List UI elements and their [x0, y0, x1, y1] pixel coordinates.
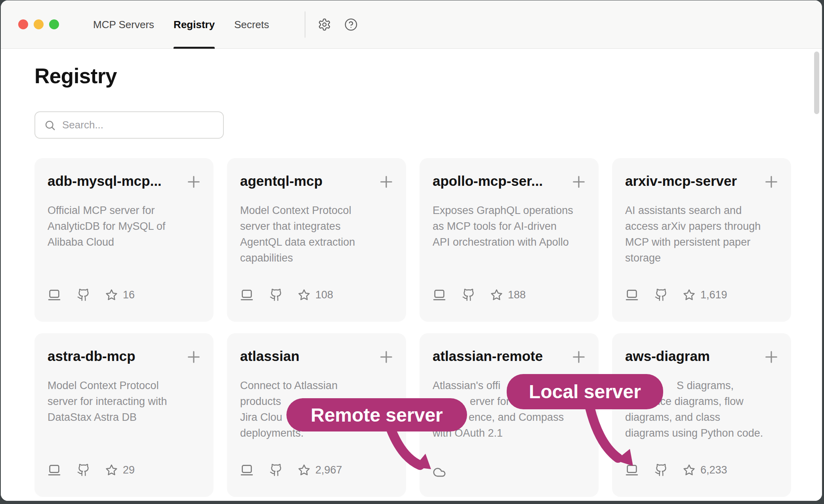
server-card-aws-diagram[interactable]: aws-diagram S diagrams, sequence diagram…	[612, 333, 791, 497]
card-footer: 108	[240, 287, 333, 302]
server-card-adb-mysql-mcp[interactable]: adb-mysql-mcp... Official MCP server for…	[34, 158, 214, 322]
laptop-icon	[625, 288, 639, 302]
plus-icon	[571, 349, 587, 365]
plus-icon	[378, 349, 394, 365]
tab-mcp-servers[interactable]: MCP Servers	[93, 0, 154, 49]
star-count: 108	[315, 289, 333, 301]
plus-icon	[763, 349, 779, 365]
laptop-icon	[433, 288, 446, 302]
card-footer: 6,233	[625, 462, 727, 477]
tab-label: MCP Servers	[93, 19, 154, 31]
server-name: aws-diagram	[625, 348, 710, 364]
plus-icon	[378, 174, 394, 190]
add-server-button[interactable]	[763, 174, 779, 190]
server-name: atlassian	[240, 348, 299, 364]
server-description: Exposes GraphQL operationsas MCP tools f…	[433, 202, 573, 250]
star-icon	[105, 464, 118, 476]
search-input[interactable]	[62, 119, 213, 131]
server-description: Model Context Protocolserver that integr…	[240, 202, 355, 266]
server-name: astra-db-mcp	[48, 348, 135, 364]
add-server-button[interactable]	[378, 174, 394, 190]
star-icon	[683, 464, 695, 476]
laptop-icon	[240, 463, 254, 477]
server-description: Official MCP server forAnalyticDB for My…	[48, 202, 166, 250]
add-server-button[interactable]	[763, 349, 779, 365]
card-footer	[433, 465, 446, 480]
laptop-icon	[240, 288, 254, 302]
tab-registry[interactable]: Registry	[174, 0, 215, 49]
server-card-agentql-mcp[interactable]: agentql-mcp Model Context Protocolserver…	[227, 158, 406, 322]
star-icon	[298, 289, 310, 301]
remote-server-badge: Remote server	[286, 398, 467, 431]
server-description: Model Context Protocolserver for interac…	[48, 378, 167, 425]
card-footer: 1,619	[625, 287, 727, 302]
github-icon	[77, 463, 90, 477]
settings-button[interactable]	[318, 18, 331, 31]
server-name: adb-mysql-mcp...	[48, 173, 162, 189]
star-icon	[490, 289, 503, 301]
active-tab-underline	[174, 47, 215, 49]
server-card-astra-db-mcp[interactable]: astra-db-mcp Model Context Protocolserve…	[34, 333, 214, 497]
help-button[interactable]	[344, 18, 358, 31]
local-server-label: Local server	[529, 381, 641, 403]
laptop-icon	[48, 463, 61, 477]
main-nav: MCP Servers Registry Secrets	[93, 0, 269, 49]
help-icon	[344, 18, 358, 31]
tab-secrets[interactable]: Secrets	[234, 0, 269, 49]
server-card-apollo-mcp-server[interactable]: apollo-mcp-ser... Exposes GraphQL operat…	[420, 158, 599, 322]
add-server-button[interactable]	[186, 349, 202, 365]
vertical-scrollbar-thumb[interactable]	[814, 52, 819, 114]
remote-server-label: Remote server	[311, 404, 443, 426]
plus-icon	[186, 349, 202, 365]
card-footer: 188	[433, 287, 526, 302]
github-icon	[77, 288, 90, 302]
server-name: apollo-mcp-ser...	[433, 173, 543, 189]
local-server-badge: Local server	[507, 374, 663, 409]
minimize-window-button[interactable]	[34, 19, 44, 29]
server-description: AI assistants search andaccess arXiv pap…	[625, 202, 761, 266]
close-window-button[interactable]	[18, 19, 28, 29]
plus-icon	[763, 174, 779, 190]
star-icon	[105, 289, 118, 301]
star-count: 6,233	[700, 464, 727, 476]
star-icon	[683, 289, 695, 301]
github-icon	[269, 288, 283, 302]
server-card-grid: adb-mysql-mcp... Official MCP server for…	[34, 158, 791, 497]
server-name: agentql-mcp	[240, 173, 322, 189]
star-count: 16	[123, 289, 135, 301]
star-count: 1,619	[700, 289, 727, 301]
page-title: Registry	[34, 64, 117, 88]
card-footer: 29	[48, 462, 135, 477]
star-count: 2,967	[315, 464, 342, 476]
tab-label: Secrets	[234, 19, 269, 31]
tab-label: Registry	[174, 19, 215, 31]
add-server-button[interactable]	[186, 174, 202, 190]
maximize-window-button[interactable]	[49, 19, 59, 29]
laptop-icon	[625, 463, 639, 477]
window-controls	[18, 19, 59, 29]
server-name: atlassian-remote	[433, 348, 543, 364]
server-card-arxiv-mcp-server[interactable]: arxiv-mcp-server AI assistants search an…	[612, 158, 791, 322]
add-server-button[interactable]	[378, 349, 394, 365]
star-icon	[298, 464, 310, 476]
star-count: 188	[508, 289, 526, 301]
laptop-icon	[48, 288, 61, 302]
github-icon	[269, 463, 283, 477]
toolbar-divider	[305, 11, 305, 38]
add-server-button[interactable]	[571, 349, 587, 365]
plus-icon	[186, 174, 202, 190]
search-box	[34, 111, 224, 139]
card-footer: 2,967	[240, 462, 342, 477]
title-bar: MCP Servers Registry Secrets	[1, 0, 822, 49]
github-icon	[462, 288, 475, 302]
app-window: MCP Servers Registry Secrets Registry	[1, 0, 822, 501]
plus-icon	[571, 174, 587, 190]
github-icon	[654, 288, 668, 302]
add-server-button[interactable]	[571, 174, 587, 190]
search-icon	[44, 119, 56, 131]
card-footer: 16	[48, 287, 135, 302]
server-name: arxiv-mcp-server	[625, 173, 737, 189]
star-count: 29	[123, 464, 135, 476]
gear-icon	[318, 18, 331, 31]
cloud-icon	[433, 466, 446, 479]
